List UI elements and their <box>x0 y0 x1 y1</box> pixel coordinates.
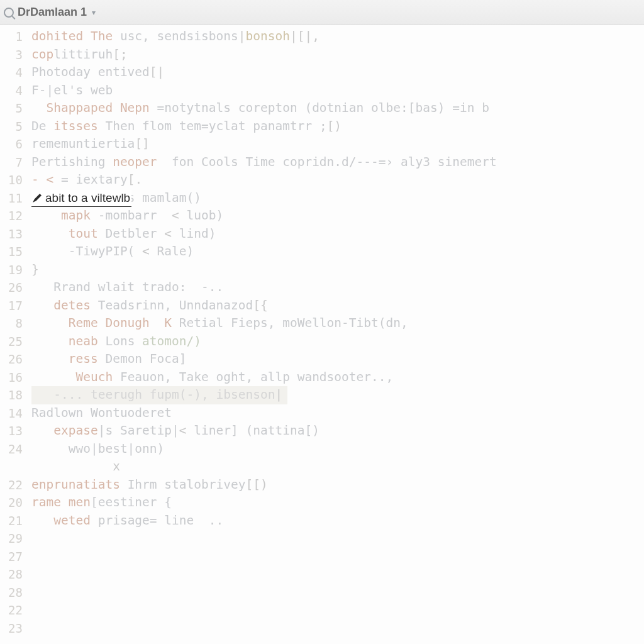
code-line[interactable]: -... teerugh fupm(-), ibsenson| <box>31 386 287 404</box>
line-number: 20 <box>0 494 26 512</box>
tab-title[interactable]: DrDamlaan 1 <box>18 6 87 19</box>
line-number: 4 <box>0 64 26 82</box>
code-line[interactable]: expase|s Saretip|< liner] (nattina[) <box>31 422 644 440</box>
line-number: 5 <box>0 118 26 136</box>
inline-suggestion-popup[interactable]: abit to a viltewlb <box>31 190 131 207</box>
line-number: 12 <box>0 207 26 225</box>
code-line[interactable]: rame men[eestiner { <box>31 494 644 512</box>
line-number: 16 <box>0 369 26 387</box>
line-number: 22 <box>0 476 26 494</box>
code-line[interactable]: -TiwyPIP( < Rale) <box>31 243 644 261</box>
line-number: 28 <box>0 584 26 602</box>
line-number: 14 <box>0 404 26 423</box>
code-line[interactable]: rememuntiertia[] <box>31 135 644 153</box>
line-number: 11 <box>0 189 26 208</box>
line-number: 13 <box>0 422 26 440</box>
line-number: 19 <box>0 261 26 279</box>
line-number: 17 <box>0 297 26 315</box>
code-line[interactable]: F-|el's web <box>31 82 644 100</box>
line-number: 25 <box>0 333 26 351</box>
line-number: 22 <box>0 601 26 619</box>
line-number: 5 <box>0 99 26 118</box>
code-line[interactable]: Reme Donugh K Retial Fieps, moWellon-Tib… <box>31 314 644 333</box>
code-line[interactable]: mapk -mombarr < luob) <box>31 207 644 225</box>
line-number: 3 <box>0 46 26 64</box>
line-number: 24 <box>0 440 26 458</box>
code-line[interactable]: coplittiruh[; <box>31 46 644 64</box>
line-number: 1 <box>0 28 26 46</box>
code-line[interactable]: wwo|best|onn) <box>31 440 644 458</box>
line-number: 6 <box>0 135 26 153</box>
code-line[interactable]: Shappaped Nepn =notytnals corepton (dotn… <box>31 99 644 118</box>
code-line[interactable]: De itsses Then flom tem=yclat panamtrr ;… <box>31 118 644 136</box>
line-number: 27 <box>0 548 26 566</box>
line-number: 7 <box>0 153 26 172</box>
code-line[interactable]: enprunatiats Ihrm stalobrivey[[) <box>31 476 644 494</box>
line-number: 18 <box>0 386 26 404</box>
line-number: 8 <box>0 314 26 333</box>
code-line[interactable]: } <box>31 261 644 279</box>
code-area[interactable]: dohited The usc, sendsisbons|bonsoh|[|,c… <box>31 28 644 530</box>
chevron-down-icon[interactable]: ▾ <box>92 8 96 17</box>
line-number: 4 <box>0 82 26 100</box>
suggestion-text: abit to a viltewlb <box>45 191 130 205</box>
code-line[interactable]: weted prisage= line .. <box>31 512 644 530</box>
code-line[interactable]: neab Lons atomon/) <box>31 333 644 351</box>
line-number: 26 <box>0 279 26 297</box>
code-line[interactable]: dohited The usc, sendsisbons|bonsoh|[|, <box>31 28 644 46</box>
code-line[interactable]: Rrand wlait trado: -.. <box>31 279 644 297</box>
code-line[interactable]: Weuch Feauon, Take oght, allp wandsooter… <box>31 369 644 387</box>
code-line[interactable]: x <box>31 458 644 476</box>
line-number: 15 <box>0 243 26 261</box>
line-number: 26 <box>0 350 26 369</box>
line-number: 23 <box>0 619 26 638</box>
code-line[interactable]: - < = iextary[. <box>31 171 644 189</box>
code-line[interactable]: ress Demon Foca] <box>31 350 644 369</box>
code-line[interactable]: Radlown Wontuoderet <box>31 404 644 423</box>
line-number: 13 <box>0 225 26 243</box>
code-line[interactable]: Pertishing neoper fon Cools Time copridn… <box>31 153 644 172</box>
code-line[interactable]: detes Teadsrinn, Unndanazod[{ <box>31 297 644 315</box>
code-line[interactable]: Photoday entived[| <box>31 64 644 82</box>
line-number: 21 <box>0 512 26 530</box>
line-number: 29 <box>0 530 26 548</box>
line-number: 28 <box>0 565 26 584</box>
search-icon[interactable] <box>4 8 14 18</box>
editor-toolbar: DrDamlaan 1 ▾ <box>0 0 644 25</box>
pencil-icon <box>33 194 42 203</box>
line-number-gutter: 1344556710111213151926178252616181413242… <box>0 25 26 644</box>
code-line[interactable]: tout Detbler < lind) <box>31 225 644 243</box>
code-editor[interactable]: 1344556710111213151926178252616181413242… <box>0 25 644 644</box>
line-number <box>0 458 26 476</box>
line-number: 10 <box>0 171 26 189</box>
